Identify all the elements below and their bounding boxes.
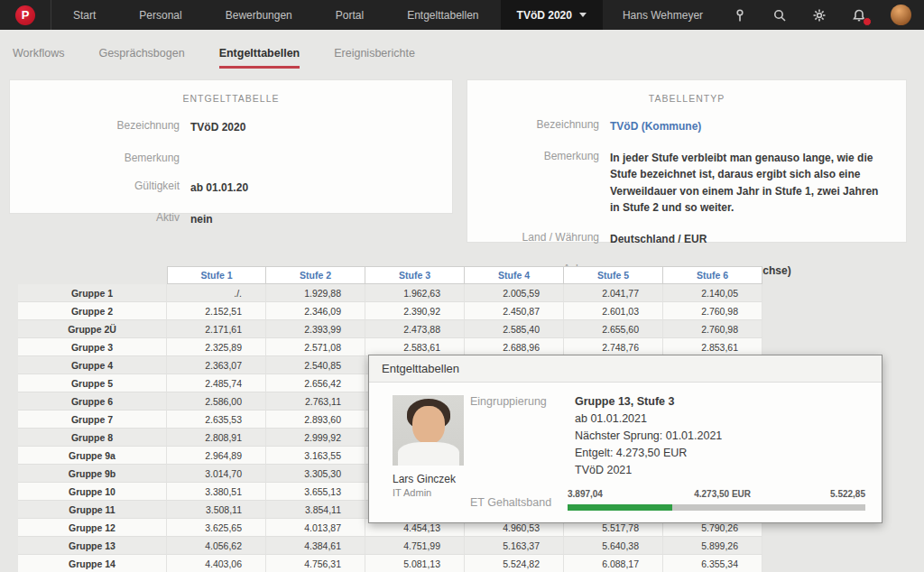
table-cell[interactable]: 1.962,63: [365, 284, 465, 302]
gear-icon[interactable]: [811, 7, 827, 23]
table-cell[interactable]: 2.041,77: [564, 284, 663, 302]
table-cell[interactable]: 2.583,61: [365, 338, 465, 356]
table-cell[interactable]: 2.140,05: [663, 284, 762, 302]
table-corner-cell: [18, 266, 167, 284]
table-cell[interactable]: 2.485,74: [167, 374, 266, 392]
nav-item-entgelttabellen[interactable]: Entgelttabellen: [385, 0, 500, 30]
table-cell[interactable]: 2.152,51: [167, 302, 266, 320]
brand-logo[interactable]: P: [0, 0, 51, 30]
table-cell[interactable]: 5.640,38: [564, 537, 663, 555]
table-cell[interactable]: 3.163,55: [266, 447, 365, 465]
column-header-stufe-5[interactable]: Stufe 5: [564, 266, 663, 284]
table-cell[interactable]: 4.403,06: [167, 555, 266, 572]
column-header-stufe-6[interactable]: Stufe 6: [663, 266, 762, 284]
table-cell[interactable]: 2.390,92: [365, 302, 465, 320]
nav-items: Start Personal Bewerbungen Portal Entgel…: [51, 0, 501, 30]
field-label-bezeichnung: Bezeichnung: [467, 118, 610, 135]
table-cell[interactable]: 2.760,98: [663, 320, 762, 338]
table-cell[interactable]: 2.473,88: [365, 320, 465, 338]
column-header-stufe-3[interactable]: Stufe 3: [365, 266, 465, 284]
eingruppierung-table: TVöD 2021: [575, 462, 722, 479]
table-cell[interactable]: 3.625,65: [167, 519, 266, 537]
table-cell[interactable]: 5.899,26: [663, 537, 762, 555]
tab-ereignisberichte[interactable]: Ereignisberichte: [334, 47, 415, 69]
table-cell[interactable]: 4.756,31: [266, 555, 365, 572]
row-label: Gruppe 1: [18, 284, 167, 302]
search-icon[interactable]: [772, 7, 788, 23]
nav-item-personal[interactable]: Personal: [117, 0, 203, 30]
column-header-stufe-1[interactable]: Stufe 1: [167, 266, 266, 284]
avatar[interactable]: [891, 5, 911, 25]
field-label-gueltigkeit: Gültigkeit: [10, 180, 190, 197]
salary-band: 3.897,04 4.273,50 EUR 5.522,85: [568, 489, 865, 511]
tab-entgelttabellen[interactable]: Entgelttabellen: [219, 47, 300, 69]
table-cell[interactable]: 2.171,61: [167, 320, 266, 338]
table-cell[interactable]: 5.081,13: [365, 555, 465, 572]
nav-item-portal[interactable]: Portal: [314, 0, 385, 30]
column-header-stufe-4[interactable]: Stufe 4: [465, 266, 564, 284]
band-max-value: 5.522,85: [830, 489, 865, 499]
table-cell[interactable]: 4.013,87: [266, 519, 365, 537]
table-cell[interactable]: 2.363,07: [167, 356, 266, 374]
table-cell[interactable]: ./.: [167, 284, 266, 302]
table-cell[interactable]: 3.380,51: [167, 483, 266, 501]
row-label: Gruppe 2: [18, 302, 167, 320]
table-cell[interactable]: 2.853,61: [663, 338, 762, 356]
table-cell[interactable]: 2.964,89: [167, 447, 266, 465]
employee-photo: [393, 395, 464, 466]
table-cell[interactable]: 2.346,09: [266, 302, 365, 320]
table-cell[interactable]: 2.325,89: [167, 338, 266, 356]
table-cell[interactable]: 2.893,60: [266, 411, 365, 429]
table-cell[interactable]: 2.656,42: [266, 374, 365, 392]
table-cell[interactable]: 2.748,76: [564, 338, 663, 356]
table-cell[interactable]: 3.014,70: [167, 465, 266, 483]
table-cell[interactable]: 2.635,53: [167, 411, 266, 429]
row-label: Gruppe 12: [18, 519, 167, 537]
table-cell[interactable]: 4.384,61: [266, 537, 365, 555]
user-menu[interactable]: Hans Wehmeyer: [603, 0, 723, 30]
table-cell[interactable]: 4.056,62: [167, 537, 266, 555]
table-cell[interactable]: 2.601,03: [564, 302, 663, 320]
table-cell[interactable]: 2.540,85: [266, 356, 365, 374]
table-cell[interactable]: 6.355,34: [663, 555, 762, 572]
table-cell[interactable]: 2.571,08: [266, 338, 365, 356]
table-cell[interactable]: 2.586,00: [167, 392, 266, 411]
table-cell[interactable]: 2.450,87: [465, 302, 564, 320]
eingruppierung-details: Gruppe 13, Stufe 3 ab 01.01.2021 Nächste…: [575, 393, 722, 479]
band-fill: [568, 504, 672, 511]
table-cell[interactable]: 2.763,11: [266, 392, 365, 411]
table-cell[interactable]: 3.854,11: [266, 501, 365, 519]
table-cell[interactable]: 5.524,82: [465, 555, 564, 572]
field-label-land-waehrung: Land / Währung: [467, 231, 610, 248]
table-cell[interactable]: 2.585,40: [465, 320, 564, 338]
column-header-stufe-2[interactable]: Stufe 2: [266, 266, 365, 284]
nav-item-bewerbungen[interactable]: Bewerbungen: [204, 0, 314, 30]
table-cell[interactable]: 2.760,98: [663, 302, 762, 320]
table-cell[interactable]: 3.655,13: [266, 483, 365, 501]
bell-icon[interactable]: [851, 7, 867, 23]
notification-badge: [863, 17, 872, 26]
nav-item-start[interactable]: Start: [51, 0, 117, 30]
pin-icon[interactable]: [732, 7, 748, 23]
row-label: Gruppe 4: [18, 356, 167, 374]
tabellentyp-card: TABELLENTYP Bezeichnung TVöD (Kommune) B…: [467, 79, 907, 243]
table-cell[interactable]: 2.393,99: [266, 320, 365, 338]
tab-gespraechsbogen[interactable]: Gesprächsbogen: [98, 47, 184, 69]
row-label: Gruppe 10: [18, 483, 167, 501]
table-cell[interactable]: 2.808,91: [167, 429, 266, 447]
table-cell[interactable]: 3.508,11: [167, 501, 266, 519]
table-cell[interactable]: 1.929,88: [266, 284, 365, 302]
table-cell[interactable]: 5.163,37: [465, 537, 564, 555]
table-cell[interactable]: 6.088,17: [564, 555, 663, 572]
table-cell[interactable]: 2.005,59: [465, 284, 564, 302]
table-cell[interactable]: 4.751,99: [365, 537, 465, 555]
table-cell[interactable]: 2.999,92: [266, 429, 365, 447]
row-label: Gruppe 5: [18, 374, 167, 392]
tab-workflows[interactable]: Workflows: [13, 47, 64, 69]
table-cell[interactable]: 3.305,30: [266, 465, 365, 483]
tabellentyp-link[interactable]: TVöD (Kommune): [610, 118, 723, 135]
table-cell[interactable]: 2.655,60: [564, 320, 663, 338]
field-value-aktiv: nein: [190, 211, 235, 228]
table-cell[interactable]: 2.688,96: [465, 338, 564, 356]
context-dropdown[interactable]: TVöD 2020: [501, 0, 603, 30]
